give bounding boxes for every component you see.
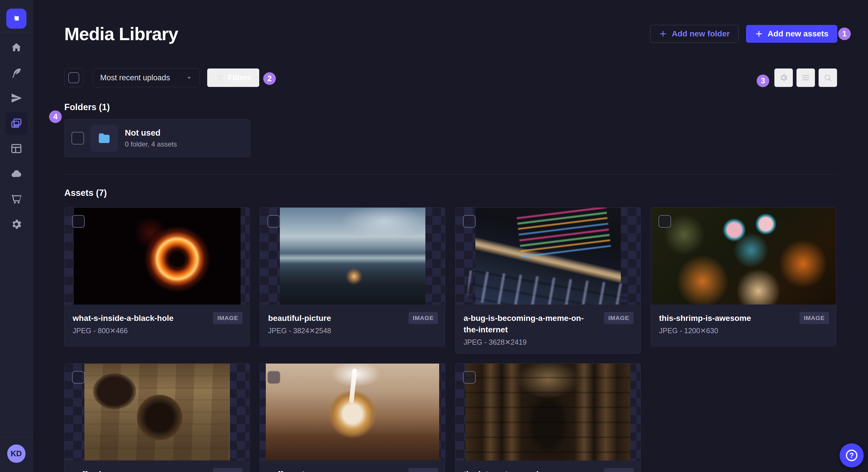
annotation-badge-1: 1 [838,28,851,40]
question-mark-icon: ? [846,450,857,461]
asset-card-body: coffee-beans JPEG - 5021✕3347 IMAGE [65,461,249,472]
assets-heading: Assets (7) [64,188,837,198]
images-icon [10,117,22,129]
sidebar-item-cloud[interactable] [5,163,27,185]
header-actions: Add new folder Add new assets [650,25,837,43]
sidebar-item-home[interactable] [5,36,27,59]
asset-thumbnail [260,364,445,461]
sidebar-item-marketplace[interactable] [5,188,27,210]
media-library-page: KD Media Library Add new folder Add new … [0,0,868,472]
asset-checkbox[interactable] [463,215,476,228]
add-new-folder-button[interactable]: Add new folder [650,25,739,43]
strapi-logo-icon [10,12,23,25]
asset-checkbox[interactable] [72,371,85,384]
coffee-beans-photo [84,364,230,461]
folders-heading: Folders (1) [64,102,837,112]
search-button[interactable] [818,68,837,87]
toolbar-view-options [771,68,837,87]
toolbar: Most recent uploads Filters [64,68,837,87]
asset-meta: JPEG - 800✕466 [73,327,241,335]
asset-checkbox[interactable] [463,371,476,384]
folder-card[interactable]: Not used 0 folder, 4 assets [64,119,250,157]
asset-thumbnail [456,208,640,305]
sidebar-item-deploy[interactable] [5,87,27,109]
asset-thumbnail [651,208,836,305]
folders-list: Not used 0 folder, 4 assets [64,119,837,157]
annotation-badge-2: 2 [263,72,276,85]
sidebar-item-content-manager[interactable] [5,137,27,160]
asset-thumbnail [260,208,445,305]
section-divider [64,174,837,175]
folder-icon-tile [90,125,118,152]
folder-icon [97,131,112,145]
asset-card-body: beautiful-picture JPEG - 3824✕2548 IMAGE [260,305,445,346]
asset-card-body: the-internet-s-own-boy JPEG - 1200✕707 I… [456,461,640,472]
user-avatar[interactable]: KD [7,444,26,463]
sidebar-divider [0,32,33,32]
library-photo [466,364,630,461]
asset-card[interactable]: what-s-inside-a-black-hole JPEG - 800✕46… [64,207,250,346]
send-icon [10,92,22,104]
asset-checkbox[interactable] [268,371,280,384]
sidebar-nav [5,36,27,238]
strapi-logo[interactable] [6,9,26,29]
sidebar-bottom: KD [0,434,33,472]
chevron-down-icon [186,74,193,81]
asset-type-badge: IMAGE [604,312,633,324]
layout-icon [10,142,22,155]
laptop-code-photo [475,208,621,305]
folder-text: Not used 0 folder, 4 assets [125,128,177,148]
asset-card[interactable]: coffee-art JPEG - 5824✕3259 IMAGE [260,363,445,472]
folder-name: Not used [125,128,177,138]
sidebar: KD [0,0,33,472]
asset-meta: JPEG - 3824✕2548 [268,327,437,335]
select-all-checkbox[interactable] [68,72,79,83]
plus-icon [755,30,763,38]
black-hole-photo [74,208,241,305]
asset-type-badge: IMAGE [408,468,438,472]
page-title: Media Library [64,24,178,44]
add-new-assets-label: Add new assets [768,29,828,38]
asset-meta: JPEG - 1200✕630 [659,327,828,335]
asset-card[interactable]: beautiful-picture JPEG - 3824✕2548 IMAGE [260,207,445,346]
sidebar-item-content-type-builder[interactable] [5,62,27,84]
asset-card[interactable]: this-shrimp-is-awesome JPEG - 1200✕630 I… [651,207,836,346]
coffee-art-photo [266,364,439,461]
asset-card[interactable]: the-internet-s-own-boy JPEG - 1200✕707 I… [455,363,641,472]
cart-icon [10,193,22,205]
search-icon [823,73,832,82]
asset-card-body: this-shrimp-is-awesome JPEG - 1200✕630 I… [651,305,836,346]
help-button[interactable]: ? [840,443,864,467]
annotation-badge-4: 4 [49,110,62,123]
asset-checkbox[interactable] [268,215,280,228]
asset-card-body: a-bug-is-becoming-a-meme-on-the-internet… [456,305,640,353]
asset-checkbox[interactable] [72,215,85,228]
asset-type-badge: IMAGE [408,312,438,324]
asset-type-badge: IMAGE [213,312,243,324]
filters-button[interactable]: Filters [207,68,259,87]
configure-view-button[interactable] [774,68,793,87]
list-icon [801,73,810,82]
asset-type-badge: IMAGE [604,468,633,472]
sidebar-item-media-library[interactable] [5,112,27,134]
folder-checkbox[interactable] [71,132,84,144]
sort-dropdown[interactable]: Most recent uploads [93,68,200,87]
mountains-photo [280,208,425,305]
filters-label: Filters [228,73,251,82]
page-header: Media Library Add new folder Add new ass… [64,24,837,44]
home-icon [10,42,22,54]
gear-icon [10,218,22,230]
asset-checkbox[interactable] [658,215,671,228]
asset-thumbnail [456,364,640,461]
sidebar-item-settings[interactable] [5,213,27,235]
list-view-button[interactable] [796,68,815,87]
filter-icon [215,73,224,82]
add-new-assets-button[interactable]: Add new assets [746,25,837,43]
cloud-icon [10,168,22,180]
add-new-folder-label: Add new folder [672,29,730,38]
sidebar-divider-bottom [0,437,33,437]
main-area: Media Library Add new folder Add new ass… [33,0,868,472]
asset-meta: JPEG - 3628✕2419 [464,338,632,346]
asset-card[interactable]: coffee-beans JPEG - 5021✕3347 IMAGE [64,363,250,472]
asset-card[interactable]: a-bug-is-becoming-a-meme-on-the-internet… [455,207,641,353]
